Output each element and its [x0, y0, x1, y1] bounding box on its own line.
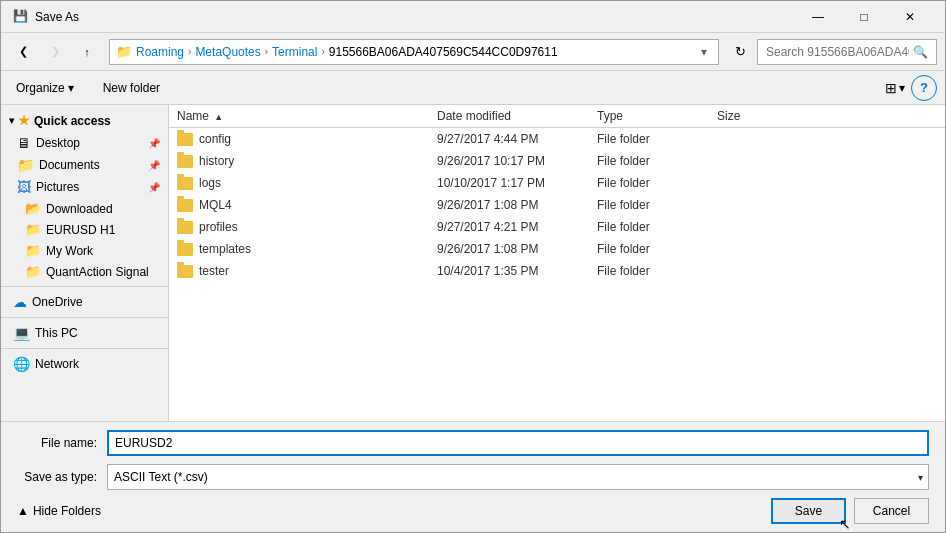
file-name-text: logs	[199, 176, 221, 190]
file-type-cell: File folder	[597, 198, 717, 212]
file-name-cell: templates	[177, 242, 437, 256]
bottom-bar: File name: Save as type: ASCII Text (*.c…	[1, 421, 945, 532]
sidebar-item-pictures[interactable]: 🖼 Pictures 📌	[1, 176, 168, 198]
file-date-cell: 10/4/2017 1:35 PM	[437, 264, 597, 278]
pin-icon-pics: 📌	[148, 182, 160, 193]
filename-input[interactable]	[107, 430, 929, 456]
table-row[interactable]: MQL4 9/26/2017 1:08 PM File folder	[169, 194, 945, 216]
back-button[interactable]: ❮	[9, 39, 37, 65]
address-dropdown[interactable]: ▾	[696, 45, 712, 59]
file-name-text: tester	[199, 264, 229, 278]
refresh-button[interactable]: ↻	[727, 39, 753, 65]
sidebar-item-thispc[interactable]: 💻 This PC	[1, 322, 168, 344]
up-button[interactable]: ↑	[73, 39, 101, 65]
file-name-cell: logs	[177, 176, 437, 190]
filename-row: File name:	[17, 430, 929, 456]
address-bar[interactable]: 📁 Roaming › MetaQuotes › Terminal › 9155…	[109, 39, 719, 65]
file-name-text: history	[199, 154, 234, 168]
sidebar-divider-1	[1, 286, 168, 287]
action-row: ▲ Hide Folders Save ↖ Cancel	[17, 498, 929, 524]
save-button[interactable]: Save	[771, 498, 846, 524]
col-header-name[interactable]: Name ▲	[177, 109, 437, 123]
close-button[interactable]: ✕	[887, 1, 933, 33]
savetype-select[interactable]: ASCII Text (*.csv)	[107, 464, 929, 490]
sidebar-divider-3	[1, 348, 168, 349]
sidebar-item-mywork[interactable]: 📁 My Work	[1, 240, 168, 261]
sidebar-item-onedrive[interactable]: ☁ OneDrive	[1, 291, 168, 313]
filename-label: File name:	[17, 436, 107, 450]
file-name-text: profiles	[199, 220, 238, 234]
thispc-icon: 💻	[13, 325, 30, 341]
quick-access-chevron: ▾	[9, 115, 14, 126]
save-button-wrapper: Save ↖	[771, 498, 846, 524]
table-row[interactable]: tester 10/4/2017 1:35 PM File folder	[169, 260, 945, 282]
sidebar-item-pictures-label: Pictures	[36, 180, 79, 194]
file-type-cell: File folder	[597, 264, 717, 278]
file-list: Name ▲ Date modified Type Size config	[169, 105, 945, 421]
main-area: ▾ ★ Quick access 🖥 Desktop 📌 📁 Documents…	[1, 105, 945, 421]
new-folder-button[interactable]: New folder	[97, 78, 166, 98]
sidebar-item-documents[interactable]: 📁 Documents 📌	[1, 154, 168, 176]
table-row[interactable]: logs 10/10/2017 1:17 PM File folder	[169, 172, 945, 194]
savetype-wrapper: ASCII Text (*.csv) ▾	[107, 464, 929, 490]
title-bar: 💾 Save As — □ ✕	[1, 1, 945, 33]
crumb-folder-icon: 📁	[116, 44, 132, 59]
crumb-roaming[interactable]: Roaming	[136, 45, 184, 59]
sidebar: ▾ ★ Quick access 🖥 Desktop 📌 📁 Documents…	[1, 105, 169, 421]
search-box[interactable]: 🔍	[757, 39, 937, 65]
window-icon: 💾	[13, 9, 29, 25]
folder-icon	[177, 221, 193, 234]
savetype-row: Save as type: ASCII Text (*.csv) ▾	[17, 464, 929, 490]
sidebar-item-downloaded[interactable]: 📂 Downloaded	[1, 198, 168, 219]
minimize-button[interactable]: —	[795, 1, 841, 33]
view-button[interactable]: ⊞ ▾	[885, 80, 905, 96]
folder-icon	[177, 133, 193, 146]
file-name-text: config	[199, 132, 231, 146]
file-name-text: MQL4	[199, 198, 232, 212]
sidebar-item-network-label: Network	[35, 357, 79, 371]
file-date-cell: 9/26/2017 1:08 PM	[437, 198, 597, 212]
crumb-metaquotes[interactable]: MetaQuotes	[195, 45, 260, 59]
organize-button[interactable]: Organize ▾	[9, 77, 81, 99]
col-header-size[interactable]: Size	[717, 109, 797, 123]
file-date-cell: 10/10/2017 1:17 PM	[437, 176, 597, 190]
table-row[interactable]: profiles 9/27/2017 4:21 PM File folder	[169, 216, 945, 238]
col-header-date[interactable]: Date modified	[437, 109, 597, 123]
table-row[interactable]: templates 9/26/2017 1:08 PM File folder	[169, 238, 945, 260]
save-as-dialog: 💾 Save As — □ ✕ ❮ ❯ ↑ 📁 Roaming › MetaQu…	[0, 0, 946, 533]
search-input[interactable]	[766, 45, 909, 59]
col-header-type[interactable]: Type	[597, 109, 717, 123]
crumb-sep-3: ›	[321, 46, 324, 57]
forward-button[interactable]: ❯	[41, 39, 69, 65]
table-row[interactable]: config 9/27/2017 4:44 PM File folder	[169, 128, 945, 150]
file-name-cell: MQL4	[177, 198, 437, 212]
cancel-button[interactable]: Cancel	[854, 498, 929, 524]
sort-arrow: ▲	[214, 112, 223, 122]
eurusd-icon: 📁	[25, 222, 41, 237]
folder-icon	[177, 243, 193, 256]
file-date-cell: 9/26/2017 10:17 PM	[437, 154, 597, 168]
folder-icon	[177, 177, 193, 190]
sidebar-item-quantaction[interactable]: 📁 QuantAction Signal	[1, 261, 168, 282]
file-type-cell: File folder	[597, 176, 717, 190]
crumb-terminal[interactable]: Terminal	[272, 45, 317, 59]
search-icon: 🔍	[913, 45, 928, 59]
crumb-sep-2: ›	[265, 46, 268, 57]
file-rows-container: config 9/27/2017 4:44 PM File folder his…	[169, 128, 945, 282]
table-row[interactable]: history 9/26/2017 10:17 PM File folder	[169, 150, 945, 172]
sidebar-item-downloaded-label: Downloaded	[46, 202, 113, 216]
sidebar-item-network[interactable]: 🌐 Network	[1, 353, 168, 375]
hide-folders-button[interactable]: ▲ Hide Folders	[17, 504, 101, 518]
crumb-sep-1: ›	[188, 46, 191, 57]
network-icon: 🌐	[13, 356, 30, 372]
quick-access-header[interactable]: ▾ ★ Quick access	[1, 109, 168, 132]
file-name-cell: config	[177, 132, 437, 146]
view-chevron: ▾	[899, 81, 905, 95]
maximize-button[interactable]: □	[841, 1, 887, 33]
downloaded-icon: 📂	[25, 201, 41, 216]
sidebar-item-desktop[interactable]: 🖥 Desktop 📌	[1, 132, 168, 154]
toolbar: ❮ ❯ ↑ 📁 Roaming › MetaQuotes › Terminal …	[1, 33, 945, 71]
sidebar-item-eurusd[interactable]: 📁 EURUSD H1	[1, 219, 168, 240]
file-list-header: Name ▲ Date modified Type Size	[169, 105, 945, 128]
help-button[interactable]: ?	[911, 75, 937, 101]
